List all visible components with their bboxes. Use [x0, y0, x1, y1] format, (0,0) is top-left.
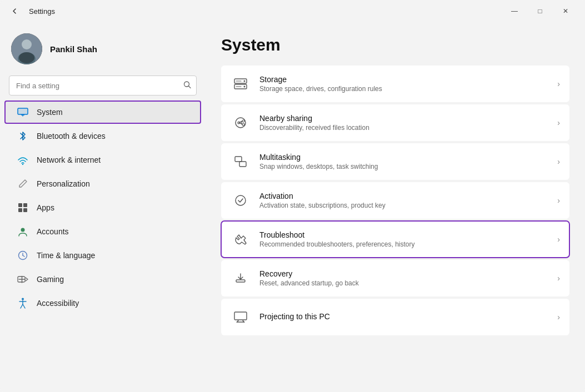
titlebar: Settings — □ ✕ — [0, 0, 585, 22]
sidebar-item-personalization[interactable]: Personalization — [4, 172, 201, 195]
svg-line-5 — [189, 86, 191, 88]
svg-point-1 — [22, 39, 32, 49]
avatar — [11, 33, 42, 64]
page-title: System — [221, 36, 569, 54]
multitasking-subtitle: Snap windows, desktops, task switching — [259, 163, 548, 170]
troubleshoot-chevron: › — [557, 235, 560, 244]
avatar-image — [11, 33, 42, 64]
sidebar-item-network-label: Network & internet — [37, 155, 101, 164]
search-input[interactable] — [9, 76, 197, 96]
svg-point-37 — [236, 195, 246, 205]
storage-chevron: › — [557, 79, 560, 88]
svg-point-27 — [244, 81, 246, 82]
minimize-button[interactable]: — — [502, 2, 527, 20]
system-icon — [17, 106, 29, 118]
recovery-title: Recovery — [259, 269, 548, 278]
svg-rect-13 — [18, 208, 22, 212]
nearby-sharing-chevron: › — [557, 118, 560, 127]
settings-list: Storage Storage space, drives, configura… — [221, 66, 569, 335]
recovery-icon — [231, 268, 251, 288]
multitasking-icon — [231, 152, 251, 172]
troubleshoot-icon — [231, 229, 251, 249]
projecting-text: Projecting to this PC — [259, 312, 548, 322]
troubleshoot-text: Troubleshoot Recommended troubleshooters… — [259, 230, 548, 248]
svg-point-20 — [22, 298, 24, 300]
user-profile[interactable]: Pankil Shah — [0, 22, 206, 76]
settings-item-activation[interactable]: Activation Activation state, subscriptio… — [221, 182, 569, 219]
apps-icon — [17, 202, 29, 214]
sidebar-item-time-label: Time & language — [37, 251, 95, 260]
svg-point-3 — [19, 52, 34, 63]
projecting-chevron: › — [557, 313, 560, 321]
sidebar-item-bluetooth[interactable]: Bluetooth & devices — [4, 124, 201, 148]
settings-item-recovery[interactable]: Recovery Reset, advanced startup, go bac… — [221, 260, 569, 296]
multitasking-title: Multitasking — [259, 153, 548, 162]
time-icon — [17, 249, 29, 262]
sidebar-item-time[interactable]: Time & language — [4, 244, 201, 267]
multitasking-text: Multitasking Snap windows, desktops, tas… — [259, 153, 548, 170]
svg-rect-12 — [23, 203, 27, 207]
storage-title: Storage — [259, 75, 548, 84]
sidebar-item-accessibility-label: Accessibility — [37, 299, 79, 308]
sidebar: Pankil Shah — [0, 22, 206, 392]
search-box — [9, 76, 197, 96]
sidebar-item-accounts[interactable]: Accounts — [4, 220, 201, 243]
user-name: Pankil Shah — [50, 44, 97, 54]
nearby-sharing-title: Nearby sharing — [259, 114, 548, 123]
accounts-icon — [17, 225, 29, 238]
storage-subtitle: Storage space, drives, configuration rul… — [259, 85, 548, 93]
svg-point-28 — [244, 86, 246, 88]
troubleshoot-title: Troubleshoot — [259, 230, 548, 239]
back-button[interactable] — [7, 3, 22, 19]
activation-icon — [231, 190, 251, 210]
close-button[interactable]: ✕ — [553, 2, 578, 20]
sidebar-item-system-label: System — [37, 108, 63, 117]
svg-rect-35 — [235, 157, 242, 162]
bluetooth-icon — [17, 130, 29, 142]
accessibility-icon — [17, 297, 29, 309]
svg-line-24 — [23, 304, 25, 308]
storage-text: Storage Storage space, drives, configura… — [259, 75, 548, 93]
sidebar-item-accessibility[interactable]: Accessibility — [4, 292, 201, 315]
svg-point-33 — [242, 123, 244, 125]
network-icon — [17, 154, 29, 166]
recovery-subtitle: Reset, advanced startup, go back — [259, 279, 548, 287]
sidebar-item-network[interactable]: Network & internet — [4, 148, 201, 172]
recovery-chevron: › — [557, 274, 560, 283]
sidebar-item-personalization-label: Personalization — [37, 179, 90, 188]
sidebar-item-accounts-label: Accounts — [37, 227, 69, 236]
svg-line-23 — [21, 304, 23, 308]
svg-point-31 — [236, 118, 246, 128]
gaming-icon — [17, 273, 29, 285]
sidebar-item-gaming[interactable]: Gaming — [4, 268, 201, 291]
storage-icon — [231, 74, 251, 94]
settings-item-storage[interactable]: Storage Storage space, drives, configura… — [221, 66, 569, 102]
sidebar-item-gaming-label: Gaming — [37, 275, 64, 284]
nearby-sharing-text: Nearby sharing Discoverability, received… — [259, 114, 548, 132]
sidebar-item-apps-label: Apps — [37, 203, 54, 212]
svg-point-32 — [242, 120, 244, 122]
svg-rect-14 — [23, 208, 27, 212]
activation-chevron: › — [557, 196, 560, 205]
personalization-icon — [17, 178, 29, 190]
activation-title: Activation — [259, 192, 548, 200]
settings-item-projecting[interactable]: Projecting to this PC › — [221, 299, 569, 335]
svg-rect-11 — [18, 203, 22, 207]
sidebar-item-system[interactable]: System — [4, 100, 201, 124]
svg-rect-7 — [18, 108, 28, 114]
svg-rect-38 — [236, 280, 245, 282]
sidebar-item-bluetooth-label: Bluetooth & devices — [37, 132, 106, 140]
window-title: Settings — [29, 7, 55, 16]
activation-subtitle: Activation state, subscriptions, product… — [259, 202, 548, 209]
troubleshoot-subtitle: Recommended troubleshooters, preferences… — [259, 240, 548, 248]
settings-window: Settings — □ ✕ — [0, 0, 585, 392]
svg-rect-36 — [239, 162, 246, 167]
search-icon — [183, 81, 191, 91]
settings-item-nearby-sharing[interactable]: Nearby sharing Discoverability, received… — [221, 104, 569, 141]
settings-item-troubleshoot[interactable]: Troubleshoot Recommended troubleshooters… — [221, 221, 569, 258]
maximize-button[interactable]: □ — [527, 2, 553, 20]
settings-item-multitasking[interactable]: Multitasking Snap windows, desktops, tas… — [221, 143, 569, 180]
sidebar-item-apps[interactable]: Apps — [4, 196, 201, 219]
recovery-text: Recovery Reset, advanced startup, go bac… — [259, 269, 548, 287]
svg-line-18 — [23, 255, 24, 257]
